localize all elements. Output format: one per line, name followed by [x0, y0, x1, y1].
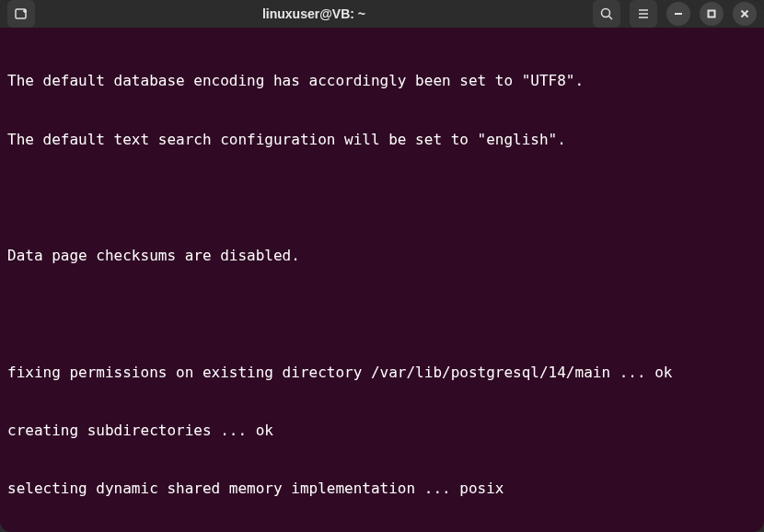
output-blank: [7, 188, 757, 207]
titlebar: linuxuser@VB: ~: [0, 0, 764, 28]
hamburger-icon: [636, 6, 651, 21]
output-line: The default text search configuration wi…: [7, 130, 757, 149]
output-line: fixing permissions on existing directory…: [7, 363, 757, 382]
output-blank: [7, 304, 757, 323]
titlebar-right-controls: [593, 0, 757, 28]
output-line: Data page checksums are disabled.: [7, 246, 757, 265]
svg-point-3: [602, 9, 610, 17]
close-button[interactable]: [733, 2, 757, 26]
search-button[interactable]: [593, 0, 620, 28]
svg-line-4: [609, 17, 613, 20]
hamburger-menu-button[interactable]: [630, 0, 657, 28]
titlebar-left-controls: [7, 0, 35, 28]
output-line: creating subdirectories ... ok: [7, 421, 757, 440]
window-title: linuxuser@VB: ~: [42, 6, 585, 21]
terminal-window: linuxuser@VB: ~: [0, 0, 764, 532]
close-icon: [739, 8, 750, 19]
minimize-button[interactable]: [666, 2, 690, 26]
output-line: The default database encoding has accord…: [7, 71, 757, 90]
terminal-content[interactable]: The default database encoding has accord…: [0, 28, 764, 532]
search-icon: [599, 6, 614, 21]
new-tab-button[interactable]: [7, 0, 35, 28]
maximize-button[interactable]: [700, 2, 723, 26]
maximize-icon: [706, 8, 717, 19]
minimize-icon: [673, 8, 684, 19]
output-line: selecting dynamic shared memory implemen…: [7, 479, 757, 498]
svg-rect-9: [709, 11, 715, 17]
new-tab-icon: [14, 6, 29, 21]
